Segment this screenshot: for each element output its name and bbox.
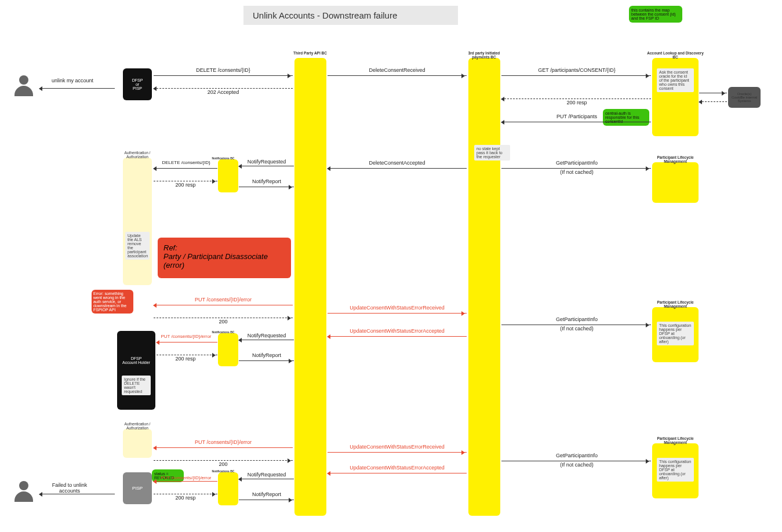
msg-notif-req-2: NotifyRequested — [241, 333, 293, 338]
msg-get-pinfo-2: GetParticipantInfo — [542, 316, 612, 322]
msg-200-resp-1: 200 resp — [548, 100, 606, 105]
actor-third-party-api: Third Party API BC — [290, 51, 330, 55]
msg-delete-consents-1: DELETE /consents/{ID} — [174, 67, 272, 73]
msg-put-participants: PUT /Participants — [542, 114, 612, 119]
note-no-state: no state kept pass it back to the reques… — [474, 145, 510, 161]
msg-if-not-cached-1: (If not cached) — [548, 169, 606, 175]
lifeline-tpip-bc — [468, 58, 500, 516]
user-icon — [14, 75, 33, 99]
msg-upd-err-recv-2: UpdateConsentWithStatusErrorReceived — [333, 444, 461, 450]
msg-upd-err-recv-1: UpdateConsentWithStatusErrorReceived — [333, 305, 461, 311]
note-consent-map: this contains the map between the consen… — [629, 6, 682, 23]
lifeline-plm-1 — [652, 162, 699, 203]
msg-notif-rep-2: NotifyReport — [241, 352, 293, 358]
actor-account-lookup: Account Lookup and Discovery BC — [646, 51, 704, 59]
note-ask-oracle: Ask the consent oracle for the id of the… — [657, 68, 694, 92]
msg-put-error-4: PUT /consents/{ID}/error — [155, 475, 217, 480]
actor-plm-3: Participant Lifecycle Management — [649, 436, 701, 444]
msg-upd-err-acc-1: UpdateConsentWithStatusErrorAccepted — [333, 328, 461, 334]
actor-tpip-bc: 3rd party Initiated payments BC — [461, 51, 507, 59]
lifeline-auth-2 — [123, 429, 152, 458]
msg-200-resp-3: 200 resp — [168, 356, 203, 362]
msg-delete-accepted: DeleteConsentAccepted — [354, 160, 441, 166]
user-message-unlink: unlink my account — [41, 78, 104, 83]
actor-plm-2: Participant Lifecycle Management — [649, 300, 701, 308]
lifeline-third-party-api — [294, 58, 326, 516]
note-config-2: This configuration happens per DFSP at o… — [657, 458, 694, 482]
msg-notif-req-1: NotifyRequested — [241, 159, 293, 165]
actor-pisp: PISP — [123, 472, 152, 504]
actor-oracle: Oracle(s) CouldBe internal Systems — [728, 87, 761, 108]
msg-get-pinfo-1: GetParticipantInfo — [542, 160, 612, 166]
note-update-als: Update the ALS remove the participant as… — [125, 232, 150, 260]
msg-200-resp-4: 200 resp — [168, 495, 203, 501]
msg-put-error-3: PUT /consents/{ID}/error — [174, 439, 272, 445]
msg-get-participants: GET /participants/CONSENT/{ID} — [510, 67, 643, 73]
msg-put-error-1: PUT /consents/{ID}/error — [174, 297, 272, 303]
lifeline-auth-1 — [123, 158, 152, 285]
msg-put-error-2: PUT /consents/{ID}/error — [155, 334, 217, 339]
msg-get-pinfo-3: GetParticipantInfo — [542, 453, 612, 458]
msg-if-not-cached-3: (If not cached) — [548, 462, 606, 468]
msg-notif-rep-3: NotifyReport — [241, 491, 293, 497]
msg-200-2: 200 — [209, 461, 238, 467]
actor-plm-1: Participant Lifecycle Management — [649, 155, 701, 163]
user-message-failed: Failed to unlink accounts — [43, 482, 96, 494]
msg-upd-err-acc-2: UpdateConsentWithStatusErrorAccepted — [333, 465, 461, 471]
actor-auth-2: Authentication / Authorization — [119, 422, 156, 430]
msg-200-1: 200 — [209, 319, 238, 325]
msg-delete-received: DeleteConsentReceived — [354, 67, 441, 73]
user-icon-2 — [14, 481, 33, 504]
page-title: Unlink Accounts - Downstream failure — [243, 6, 458, 25]
msg-if-not-cached-2: (If not cached) — [548, 326, 606, 331]
msg-delete-consents-2: DELETE /consents/{ID} — [155, 160, 217, 165]
actor-auth-1: Authentication / Authorization — [119, 151, 156, 159]
note-error-auth: Error: something went wrong in the auth … — [92, 290, 133, 314]
lifeline-notif-3 — [218, 472, 238, 505]
ref-box: Ref: Party / Participant Disassociate (e… — [158, 238, 291, 278]
note-config-1: This configuration happens per DFSP at o… — [657, 322, 694, 345]
actor-dfsp-account-holder: DFSP Account Holder — [117, 331, 155, 410]
actor-notif-3: Notifications BC — [209, 469, 238, 473]
msg-notif-req-3: NotifyRequested — [241, 472, 293, 478]
msg-notif-rep-1: NotifyReport — [241, 178, 293, 184]
note-ignore-delete: Ignore if the DELETE wasn't requested — [122, 376, 151, 395]
lifeline-notif-2 — [218, 333, 238, 366]
lifeline-notif-1 — [218, 159, 238, 192]
msg-200-resp-2: 200 resp — [168, 182, 203, 188]
actor-dfsp-pisp: DFSP or PISP — [123, 68, 152, 100]
msg-202: 202 Accepted — [186, 89, 261, 95]
